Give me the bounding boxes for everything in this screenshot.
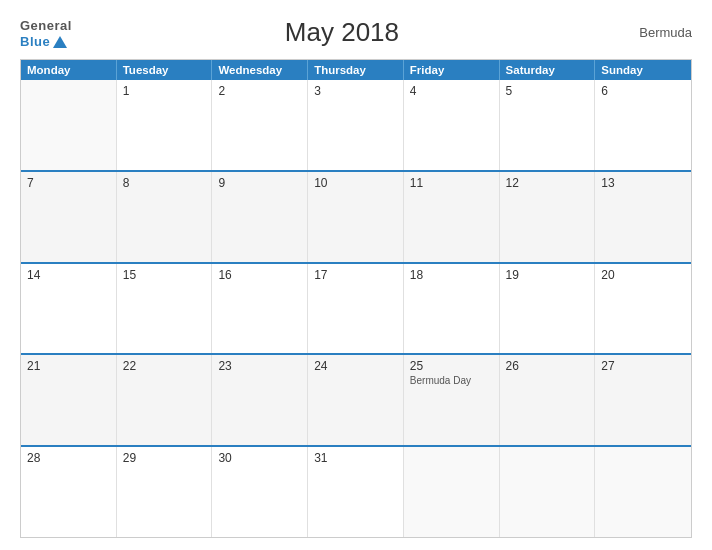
table-row[interactable]: 3: [308, 80, 404, 170]
table-row[interactable]: 24: [308, 355, 404, 445]
calendar-page: General Blue May 2018 Bermuda Monday Tue…: [0, 0, 712, 550]
table-row[interactable]: 14: [21, 264, 117, 354]
table-row[interactable]: 29: [117, 447, 213, 537]
table-row[interactable]: 11: [404, 172, 500, 262]
table-row[interactable]: 26: [500, 355, 596, 445]
table-row[interactable]: 28: [21, 447, 117, 537]
table-row[interactable]: 6: [595, 80, 691, 170]
table-row[interactable]: [21, 80, 117, 170]
week-3: 14 15 16 17 18 19 20: [21, 264, 691, 356]
table-row[interactable]: 4: [404, 80, 500, 170]
table-row[interactable]: 8: [117, 172, 213, 262]
table-row[interactable]: 22: [117, 355, 213, 445]
table-row[interactable]: 15: [117, 264, 213, 354]
table-row[interactable]: 2: [212, 80, 308, 170]
page-header: General Blue May 2018 Bermuda: [20, 16, 692, 49]
table-row[interactable]: 5: [500, 80, 596, 170]
table-row[interactable]: 17: [308, 264, 404, 354]
calendar-title: May 2018: [72, 17, 612, 48]
calendar-body: 1 2 3 4 5 6 7 8 9 10 11 12 13 14 15 16: [21, 80, 691, 537]
bermuda-day-event: Bermuda Day: [410, 375, 493, 386]
table-row[interactable]: 30: [212, 447, 308, 537]
calendar-grid: Monday Tuesday Wednesday Thursday Friday…: [20, 59, 692, 538]
logo-blue-text: Blue: [20, 34, 67, 49]
table-row[interactable]: 20: [595, 264, 691, 354]
table-row[interactable]: 19: [500, 264, 596, 354]
logo: General Blue: [20, 16, 72, 49]
region-label: Bermuda: [612, 25, 692, 40]
table-row[interactable]: 10: [308, 172, 404, 262]
week-5: 28 29 30 31: [21, 447, 691, 537]
header-sunday: Sunday: [595, 60, 691, 80]
table-row[interactable]: 27: [595, 355, 691, 445]
table-row[interactable]: 23: [212, 355, 308, 445]
table-row[interactable]: 16: [212, 264, 308, 354]
table-row: [500, 447, 596, 537]
week-1: 1 2 3 4 5 6: [21, 80, 691, 172]
header-tuesday: Tuesday: [117, 60, 213, 80]
table-row[interactable]: 13: [595, 172, 691, 262]
table-row[interactable]: 7: [21, 172, 117, 262]
table-row[interactable]: 21: [21, 355, 117, 445]
table-row[interactable]: 31: [308, 447, 404, 537]
table-row[interactable]: 18: [404, 264, 500, 354]
header-friday: Friday: [404, 60, 500, 80]
header-thursday: Thursday: [308, 60, 404, 80]
logo-triangle-icon: [53, 36, 67, 48]
table-row: [404, 447, 500, 537]
header-wednesday: Wednesday: [212, 60, 308, 80]
header-monday: Monday: [21, 60, 117, 80]
table-row[interactable]: 25 Bermuda Day: [404, 355, 500, 445]
table-row[interactable]: 9: [212, 172, 308, 262]
logo-general-text: General: [20, 16, 72, 34]
table-row[interactable]: 1: [117, 80, 213, 170]
week-2: 7 8 9 10 11 12 13: [21, 172, 691, 264]
calendar-header: Monday Tuesday Wednesday Thursday Friday…: [21, 60, 691, 80]
week-4: 21 22 23 24 25 Bermuda Day 26 27: [21, 355, 691, 447]
header-saturday: Saturday: [500, 60, 596, 80]
table-row: [595, 447, 691, 537]
table-row[interactable]: 12: [500, 172, 596, 262]
